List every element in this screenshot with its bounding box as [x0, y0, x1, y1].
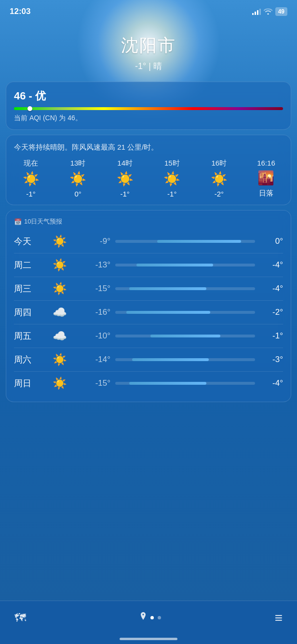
battery-icon: 49 [275, 7, 287, 16]
aqi-title: 46 - 优 [14, 89, 283, 103]
day-temp-bar-fill [136, 264, 214, 266]
day-temp-bar-fill [132, 358, 209, 361]
hour-temp: -1° [167, 190, 176, 198]
aqi-card: 46 - 优 当前 AQI (CN) 为 46。 [6, 82, 291, 130]
day-weather-icon: ☀️ [48, 353, 72, 366]
wifi-icon [264, 8, 272, 16]
daily-row-4: 周五☁️-10°-1° [14, 324, 283, 348]
day-name: 今天 [14, 236, 48, 247]
city-header: 沈阳市 -1° | 晴 [0, 19, 297, 82]
hour-temp: 0° [74, 190, 81, 198]
list-tab-icon[interactable]: ≡ [275, 610, 283, 626]
daily-row-0: 今天☀️-9°0° [14, 230, 283, 253]
city-name: 沈阳市 [0, 34, 297, 57]
aqi-bar [14, 107, 283, 110]
daily-forecast-list: 今天☀️-9°0°周二☀️-13°-4°周三☀️-15°-4°周四☁️-16°-… [14, 230, 283, 395]
day-temp-bar [115, 264, 255, 266]
day-name: 周三 [14, 283, 48, 294]
battery-level: 49 [278, 8, 284, 15]
status-bar: 12:03 49 [0, 0, 297, 19]
day-high-temp: -4° [260, 378, 283, 388]
day-temp-bar-fill [129, 287, 206, 290]
hour-item-5: 16:16🌇日落 [249, 159, 283, 198]
ten-day-label: 10日天气预报 [24, 217, 62, 226]
day-weather-icon: ☁️ [48, 329, 72, 343]
hour-label: 14时 [117, 159, 133, 168]
day-temp-bar-fill [126, 311, 210, 314]
day-high-temp: -1° [260, 331, 283, 341]
hour-temp: -2° [215, 190, 224, 198]
hour-item-3: 15时☀️-1° [155, 159, 189, 198]
location-tab-icon [140, 612, 147, 623]
status-time: 12:03 [10, 7, 30, 16]
day-weather-icon: ☀️ [48, 235, 72, 248]
hour-item-2: 14时☀️-1° [108, 159, 142, 198]
day-weather-icon: ☀️ [48, 282, 72, 295]
day-temp-bar [115, 382, 255, 385]
dot-active [150, 616, 154, 619]
day-high-temp: 0° [260, 237, 283, 246]
hour-label: 现在 [24, 159, 38, 168]
aqi-description: 当前 AQI (CN) 为 46。 [14, 114, 283, 123]
hour-item-4: 16时☀️-2° [202, 159, 236, 198]
day-weather-icon: ☀️ [48, 258, 72, 272]
city-weather-condition: 晴 [153, 61, 162, 71]
day-high-temp: -4° [260, 260, 283, 270]
hour-label: 13时 [70, 159, 86, 168]
hour-temp: -1° [121, 190, 130, 198]
daily-row-1: 周二☀️-13°-4° [14, 253, 283, 277]
status-icons: 49 [252, 7, 287, 16]
day-weather-icon: ☀️ [48, 377, 72, 390]
city-condition: -1° | 晴 [0, 60, 297, 72]
signal-bars-icon [252, 8, 261, 15]
day-temp-bar-fill [129, 382, 206, 385]
day-low-temp: -15° [72, 378, 110, 388]
hour-temp: -1° [26, 190, 35, 198]
page-dots [140, 612, 161, 623]
forecast-summary: 今天将持续晴朗。阵风风速最高 21 公里/时。 [14, 142, 283, 152]
day-low-temp: -13° [72, 260, 110, 270]
hour-item-1: 13时☀️0° [61, 159, 95, 198]
sunset-icon: 🌇 [257, 170, 274, 186]
day-low-temp: -10° [72, 331, 110, 341]
hour-temp: 日落 [259, 189, 273, 198]
day-temp-bar-fill [150, 335, 220, 337]
condition-separator: | [148, 61, 153, 71]
day-name: 周四 [14, 307, 48, 318]
hour-label: 16:16 [257, 159, 275, 167]
sun-icon: ☀️ [117, 171, 134, 187]
day-temp-bar [115, 240, 255, 243]
hour-label: 16时 [212, 159, 227, 168]
ten-day-title: 📅 10日天气预报 [14, 217, 283, 226]
dot-inactive [158, 616, 161, 619]
day-high-temp: -3° [260, 355, 283, 364]
scroll-content: 12:03 49 [0, 0, 297, 417]
daily-row-5: 周六☀️-14°-3° [14, 348, 283, 372]
ten-day-card: 📅 10日天气预报 今天☀️-9°0°周二☀️-13°-4°周三☀️-15°-4… [6, 210, 291, 402]
map-tab-icon[interactable]: 🗺 [14, 611, 26, 625]
day-low-temp: -15° [72, 284, 110, 294]
day-temp-bar [115, 311, 255, 314]
hour-label: 15时 [164, 159, 180, 168]
day-temp-bar [115, 335, 255, 337]
day-name: 周六 [14, 354, 48, 365]
scroll-area: 12:03 49 [0, 0, 297, 601]
calendar-icon: 📅 [14, 218, 22, 225]
day-name: 周五 [14, 330, 48, 342]
day-high-temp: -2° [260, 308, 283, 317]
day-temp-bar-fill [157, 240, 241, 243]
city-temperature: -1° [135, 61, 146, 71]
daily-row-6: 周日☀️-15°-4° [14, 372, 283, 395]
day-low-temp: -9° [72, 237, 110, 246]
day-name: 周日 [14, 378, 48, 389]
day-temp-bar [115, 287, 255, 290]
sun-icon: ☀️ [163, 171, 180, 187]
aqi-indicator [27, 106, 32, 111]
day-low-temp: -14° [72, 355, 110, 364]
hourly-row: 现在☀️-1°13时☀️0°14时☀️-1°15时☀️-1°16时☀️-2°16… [14, 159, 283, 198]
home-indicator [120, 638, 177, 640]
sun-icon: ☀️ [23, 171, 40, 187]
day-weather-icon: ☁️ [48, 306, 72, 319]
sun-icon: ☀️ [211, 171, 228, 187]
hourly-card: 今天将持续晴朗。阵风风速最高 21 公里/时。 现在☀️-1°13时☀️0°14… [6, 135, 291, 205]
